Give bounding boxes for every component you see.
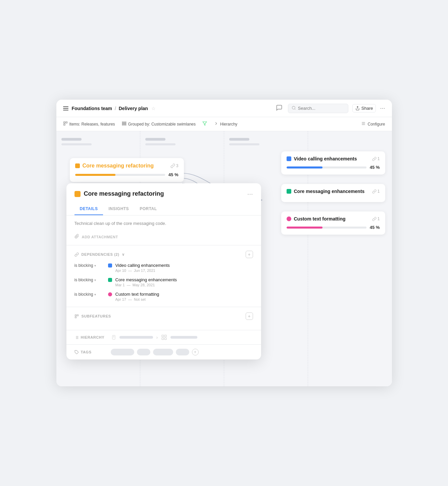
card-video-color: [287, 156, 291, 161]
header: Foundations team / Delivery plan ☆: [56, 100, 392, 117]
col-sub-bar-3: [229, 143, 259, 145]
card-video-calling[interactable]: Video calling enhancements 1 45 %: [281, 151, 385, 175]
breadcrumb-team[interactable]: Foundations team: [72, 106, 112, 111]
hierarchy-grid-icon: [161, 334, 167, 340]
dep-date-3: Apr 17 — Not set: [115, 297, 253, 301]
dp-subfeatures-title[interactable]: SUBFEATURES: [74, 314, 111, 319]
search-box[interactable]: [288, 104, 348, 113]
dp-section-title[interactable]: DEPENDENCIES (2) ∨: [74, 252, 125, 257]
attachment-icon: [74, 234, 79, 240]
svg-rect-24: [162, 335, 163, 337]
dep-chevron-1: ▾: [94, 264, 96, 268]
card-video-header: Video calling enhancements 1: [287, 156, 380, 161]
dep-relation-2[interactable]: is blocking ▾: [74, 277, 105, 282]
card-video-title: Video calling enhancements: [294, 156, 357, 161]
bg-card-title: Core messaging refactoring: [83, 163, 154, 169]
breadcrumb: Foundations team / Delivery plan: [72, 106, 148, 111]
tag-1[interactable]: [111, 349, 134, 355]
toolbar-items[interactable]: Items: Releases, features: [63, 121, 115, 127]
configure-icon: [361, 121, 366, 127]
card-video-dep: 1: [372, 156, 380, 161]
card-core-enh-title: Core messaging enhancements: [294, 189, 365, 194]
star-icon[interactable]: ☆: [151, 106, 156, 111]
svg-rect-13: [77, 314, 78, 316]
card-core-enh-color: [287, 189, 291, 194]
bg-card-progress: 45 %: [75, 172, 179, 177]
svg-point-0: [292, 106, 295, 109]
hierarchy-placeholder-1: [119, 336, 153, 339]
dep-name-1[interactable]: Video calling enhancements: [115, 263, 253, 268]
card-core-enh-header: Core messaging enhancements 1: [287, 189, 380, 194]
dep-info-2: Core messaging enhancements Mar 1 — May …: [115, 277, 253, 287]
dp-more-icon[interactable]: ···: [247, 190, 253, 198]
subfeatures-add-button[interactable]: +: [246, 312, 253, 320]
dep-info-3: Custom text formatting Apr 17 — Not set: [115, 292, 253, 301]
dp-attachment[interactable]: ADD ATTACHMENT: [66, 231, 261, 245]
tab-portal[interactable]: Portal: [134, 203, 162, 215]
dep-chevron-3: ▾: [94, 293, 96, 296]
grouped-icon: [122, 121, 127, 127]
card-core-enh-dep: 1: [372, 189, 380, 194]
tag-2[interactable]: [137, 349, 150, 355]
right-cards: Video calling enhancements 1 45 %: [281, 151, 385, 239]
dp-tags-label: TAGS: [74, 350, 108, 354]
more-menu-icon[interactable]: ···: [380, 105, 385, 112]
dp-hierarchy: HIERARCHY ›: [66, 330, 261, 345]
toolbar: Items: Releases, features Grouped by: Cu…: [56, 117, 392, 131]
tag-3[interactable]: [153, 349, 173, 355]
hierarchy-doc-icon: [111, 335, 116, 340]
card-custom-color: [287, 216, 291, 221]
toolbar-filter[interactable]: [202, 121, 207, 127]
card-custom-text[interactable]: Custom text formatting 1 45 %: [281, 211, 385, 235]
dp-section-header: DEPENDENCIES (2) ∨ +: [74, 251, 253, 258]
bg-main-card[interactable]: Core messaging refactoring 3 45 %: [70, 158, 184, 182]
dp-hierarchy-label: HIERARCHY: [74, 335, 108, 340]
share-button[interactable]: Share: [352, 104, 376, 112]
breadcrumb-plan[interactable]: Delivery plan: [119, 106, 148, 111]
dep-color-2: [108, 278, 112, 282]
bg-card-progress-pct: 45 %: [168, 172, 179, 177]
svg-rect-27: [165, 338, 166, 340]
dp-header: Core messaging refactoring ···: [66, 183, 261, 198]
bg-card-color: [75, 163, 80, 168]
items-icon: [63, 121, 68, 127]
dep-color-3: [108, 292, 112, 296]
toolbar-hierarchy[interactable]: Hierarchy: [214, 121, 237, 127]
chat-icon[interactable]: [276, 104, 284, 112]
dep-name-3[interactable]: Custom text formatting: [115, 292, 253, 297]
tab-insights[interactable]: Insights: [103, 203, 134, 215]
app-window: Foundations team / Delivery plan ☆: [56, 100, 392, 386]
filter-icon: [202, 121, 207, 127]
dep-row-3: is blocking ▾ Custom text formatting Apr…: [74, 292, 253, 301]
tag-add-button[interactable]: +: [192, 349, 199, 355]
dep-add-button[interactable]: +: [246, 251, 253, 258]
dep-info-1: Video calling enhancements Apr 10 — Jun …: [115, 263, 253, 273]
search-input[interactable]: [298, 106, 345, 111]
svg-rect-21: [112, 335, 115, 339]
card-custom-title-row: Custom text formatting: [287, 216, 346, 222]
dep-row-1: is blocking ▾ Video calling enhancements…: [74, 263, 253, 273]
col-header-bar-1: [61, 138, 82, 141]
card-core-enh-title-row: Core messaging enhancements: [287, 189, 365, 194]
card-core-enhancements[interactable]: Core messaging enhancements 1: [281, 184, 385, 202]
toolbar-grouped[interactable]: Grouped by: Customizable swimlanes: [122, 121, 196, 127]
svg-rect-3: [66, 122, 67, 123]
dp-description: Technical clean up of the core messaging…: [66, 215, 261, 231]
dep-relation-3[interactable]: is blocking ▾: [74, 292, 105, 297]
dep-relation-1[interactable]: is blocking ▾: [74, 263, 105, 268]
tab-details[interactable]: Details: [74, 203, 103, 215]
menu-icon[interactable]: [63, 106, 68, 110]
search-icon: [292, 106, 296, 111]
header-right: Share ···: [276, 104, 385, 113]
bg-card-title-row: Core messaging refactoring: [75, 163, 154, 169]
tag-4[interactable]: [176, 349, 189, 355]
dp-color-dot: [74, 191, 81, 197]
svg-marker-8: [203, 122, 207, 126]
dp-subfeatures-header: SUBFEATURES +: [74, 312, 253, 320]
svg-rect-4: [63, 124, 65, 125]
hierarchy-placeholder-2: [170, 336, 197, 339]
dep-name-2[interactable]: Core messaging enhancements: [115, 277, 253, 282]
toolbar-configure[interactable]: Configure: [361, 121, 385, 127]
hierarchy-arrow: ›: [156, 335, 158, 340]
bg-card-dep-badge: 3: [170, 163, 179, 168]
